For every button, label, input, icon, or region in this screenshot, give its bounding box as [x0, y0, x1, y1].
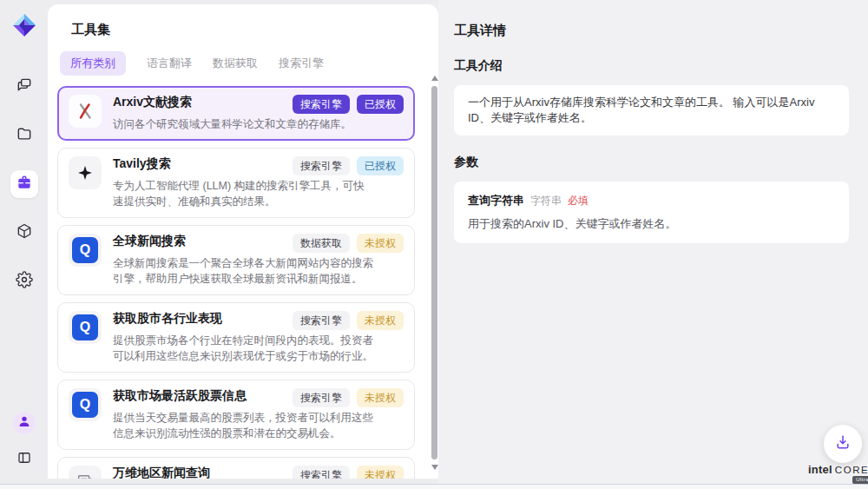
- tool-description: 提供当天交易量最高的股票列表，投资者可以利用这些信息来识别流动性强的股票和潜在的…: [113, 410, 373, 441]
- tab-language-translation[interactable]: 语言翻译: [147, 51, 192, 76]
- tool-card-tavily[interactable]: Tavily搜索 搜索引擎 已授权 专为人工智能代理 (LLM) 构建的搜索引擎…: [57, 148, 415, 218]
- scroll-up-arrow[interactable]: [431, 76, 438, 81]
- tool-description: 专为人工智能代理 (LLM) 构建的搜索引擎工具，可快速提供实时、准确和真实的结…: [113, 178, 373, 209]
- page-title: 工具集: [71, 22, 438, 38]
- app-logo-icon: [11, 12, 37, 38]
- bottom-edge-divider: [0, 484, 868, 489]
- sidebar-item-tools[interactable]: [10, 170, 38, 198]
- download-button[interactable]: [824, 425, 862, 463]
- tab-search-engine[interactable]: 搜索引擎: [279, 51, 324, 76]
- category-badge: 搜索引擎: [293, 156, 350, 175]
- tool-card-sector-performance[interactable]: Q 获取股市各行业表现 搜索引擎 未授权 提供股票市场各个行业在特定时间段内的表…: [57, 302, 415, 373]
- param-description: 用于搜索的Arxiv ID、关键字或作者姓名。: [468, 216, 835, 232]
- category-badge: 搜索引擎: [293, 311, 350, 330]
- toolbox-icon: [16, 174, 33, 195]
- tool-list-panel: 工具集 所有类别 语言翻译 数据获取 搜索引擎 Arxiv文献搜索 搜索引擎 已…: [48, 4, 438, 479]
- auth-status-badge: 未授权: [357, 234, 404, 253]
- auth-status-badge: 未授权: [357, 388, 404, 407]
- panel-toggle-icon: [16, 450, 32, 469]
- intel-core-logo: intel CORE Ultra: [808, 463, 868, 476]
- tool-card-global-news[interactable]: Q 全球新闻搜索 数据获取 未授权 全球新闻搜索是一个聚合全球各大新闻网站内容的…: [57, 225, 415, 295]
- sidebar: [0, 0, 48, 484]
- sparkle-icon: [69, 156, 102, 189]
- user-icon: [17, 414, 31, 432]
- sidebar-item-files[interactable]: [10, 122, 38, 149]
- tool-title: Arxiv文献搜索: [113, 95, 192, 109]
- intel-wordmark: intel: [808, 463, 832, 476]
- sidebar-item-models[interactable]: [10, 219, 38, 247]
- params-heading: 参数: [454, 155, 849, 170]
- sidebar-item-settings[interactable]: [10, 268, 38, 295]
- tool-title: Tavily搜索: [113, 156, 171, 171]
- scroll-down-arrow[interactable]: [431, 465, 438, 470]
- tab-data-acquisition[interactable]: 数据获取: [213, 51, 258, 76]
- sidebar-item-chat[interactable]: [10, 73, 38, 101]
- download-icon: [834, 433, 852, 454]
- list-scrollbar[interactable]: [431, 76, 438, 470]
- tool-card-regional-news[interactable]: 万维地区新闻查询 搜索引擎 未授权 查询具体行政区划内的新闻，快速了解各地新闻动: [57, 457, 415, 479]
- scrollbar-thumb[interactable]: [431, 86, 437, 459]
- tool-card-arxiv[interactable]: Arxiv文献搜索 搜索引擎 已授权 访问各个研究领域大量科学论文和文章的存储库…: [57, 86, 415, 141]
- user-avatar[interactable]: [13, 412, 36, 434]
- gear-icon: [16, 271, 33, 292]
- ultra-badge: Ultra: [852, 476, 868, 484]
- auth-status-badge: 未授权: [357, 311, 404, 330]
- parameter-item: 查询字符串 字符串 必填 用于搜索的Arxiv ID、关键字或作者姓名。: [454, 182, 849, 243]
- q-search-icon: Q: [69, 311, 102, 344]
- tool-card-most-active-stocks[interactable]: Q 获取市场最活跃股票信息 搜索引擎 未授权 提供当天交易量最高的股票列表，投资…: [57, 380, 415, 450]
- category-badge: 搜索引擎: [293, 466, 350, 479]
- chat-icon: [16, 76, 33, 97]
- tool-title: 万维地区新闻查询: [113, 466, 210, 479]
- auth-status-badge: 未授权: [357, 466, 404, 479]
- arxiv-icon: [69, 95, 102, 128]
- param-name: 查询字符串: [468, 193, 524, 208]
- tool-title: 获取市场最活跃股票信息: [113, 388, 247, 403]
- detail-title: 工具详情: [454, 23, 849, 39]
- auth-status-badge: 已授权: [357, 95, 404, 114]
- tool-title: 获取股市各行业表现: [113, 311, 222, 326]
- core-wordmark: CORE: [835, 465, 868, 475]
- cube-icon: [16, 222, 33, 243]
- category-badge: 搜索引擎: [293, 95, 350, 114]
- category-badge: 搜索引擎: [293, 388, 350, 407]
- tool-detail-panel: 工具详情 工具介绍 一个用于从Arxiv存储库搜索科学论文和文章的工具。 输入可…: [438, 0, 868, 484]
- newspaper-icon: [69, 466, 102, 479]
- tool-description: 提供股票市场各个行业在特定时间段内的表现。投资者可以利用这些信息来识别表现优于或…: [113, 333, 373, 364]
- q-search-icon: Q: [69, 234, 102, 267]
- auth-status-badge: 已授权: [357, 156, 404, 175]
- intro-heading: 工具介绍: [454, 58, 849, 74]
- tool-intro-text: 一个用于从Arxiv存储库搜索科学论文和文章的工具。 输入可以是Arxiv ID…: [454, 85, 849, 135]
- folder-icon: [16, 125, 33, 146]
- tool-description: 访问各个研究领域大量科学论文和文章的存储库。: [113, 116, 373, 132]
- category-badge: 数据获取: [293, 234, 350, 253]
- category-tabs: 所有类别 语言翻译 数据获取 搜索引擎: [60, 51, 438, 76]
- tool-card-list: Arxiv文献搜索 搜索引擎 已授权 访问各个研究领域大量科学论文和文章的存储库…: [57, 86, 415, 479]
- panel-toggle-button[interactable]: [10, 446, 38, 473]
- tool-title: 全球新闻搜索: [113, 234, 186, 248]
- q-search-icon: Q: [69, 388, 102, 421]
- param-required-badge: 必填: [568, 194, 589, 208]
- tab-all-categories[interactable]: 所有类别: [60, 51, 126, 76]
- param-type: 字符串: [530, 194, 562, 208]
- tool-description: 全球新闻搜索是一个聚合全球各大新闻网站内容的搜索引擎，帮助用户快速获取全球最新资…: [113, 255, 373, 287]
